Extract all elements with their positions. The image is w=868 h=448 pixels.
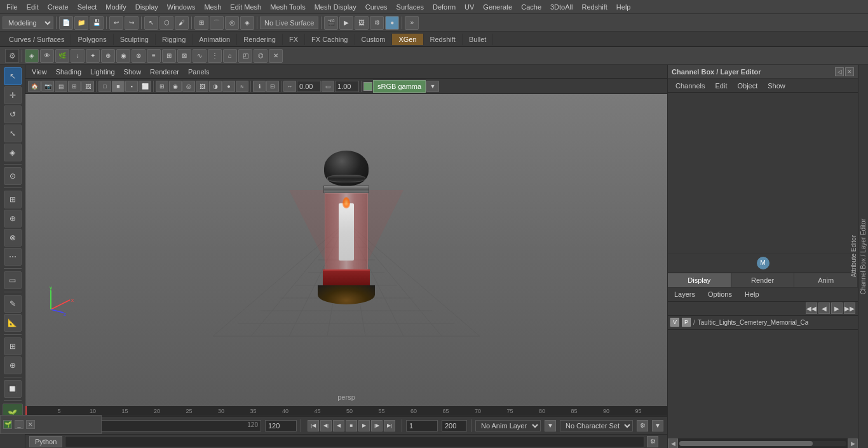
edge-tab-channel-box[interactable]: Channel Box / Layer Editor bbox=[858, 214, 868, 300]
menu-generate[interactable]: Generate bbox=[479, 2, 516, 12]
render-btn[interactable]: 🎬 bbox=[324, 16, 338, 30]
menu-redshift[interactable]: Redshift bbox=[578, 2, 611, 12]
show-render-btn[interactable]: 🖼 bbox=[355, 16, 369, 30]
select-tool-btn[interactable]: ↖ bbox=[144, 16, 158, 30]
xgen-icon-12[interactable]: ∿ bbox=[193, 49, 207, 63]
xgen-icon-1[interactable]: ◈ bbox=[25, 49, 39, 63]
tab-render[interactable]: Render bbox=[731, 273, 795, 287]
xgen-icon-11[interactable]: ⊠ bbox=[177, 49, 191, 63]
grid-btn[interactable]: ⊞ bbox=[4, 337, 22, 355]
menu-create[interactable]: Create bbox=[44, 2, 72, 12]
menu-windows[interactable]: Windows bbox=[163, 2, 200, 12]
xgen-icon-7[interactable]: ◉ bbox=[116, 49, 130, 63]
menu-3dto[interactable]: 3DtoAll bbox=[546, 2, 576, 12]
tab-edit[interactable]: Edit bbox=[710, 81, 732, 91]
window-icon[interactable]: 🌱 bbox=[3, 420, 12, 429]
go-to-start-btn[interactable]: |◀ bbox=[308, 420, 319, 431]
live-surface-button[interactable]: No Live Surface bbox=[260, 17, 318, 29]
tab-object[interactable]: Object bbox=[732, 81, 763, 91]
char-set-arrow-btn[interactable]: ▼ bbox=[652, 420, 663, 431]
menu-mesh-tools[interactable]: Mesh Tools bbox=[266, 2, 309, 12]
timeline-ruler[interactable]: 5 10 15 20 25 30 35 40 45 50 55 60 65 70 bbox=[25, 406, 667, 416]
scroll-track[interactable] bbox=[679, 441, 846, 446]
stop-btn[interactable]: ■ bbox=[346, 420, 357, 431]
layer-new-btn[interactable]: ◀◀ bbox=[806, 302, 817, 314]
gate-mask-btn[interactable]: ⊟ bbox=[266, 81, 279, 92]
cam-attr-btn[interactable]: ▤ bbox=[55, 81, 67, 92]
scrollbar[interactable]: ◀ ▶ bbox=[668, 438, 858, 448]
menu-edit-mesh[interactable]: Edit Mesh bbox=[226, 2, 265, 12]
camera-home-btn[interactable]: 🏠 bbox=[28, 81, 41, 92]
cycle-views-btn[interactable]: ⊞ bbox=[68, 81, 81, 92]
show-manip-button[interactable]: ⊞ bbox=[4, 191, 22, 208]
layer-row[interactable]: V P / Taultic_Lights_Cemetery_Memorial_C… bbox=[668, 316, 858, 330]
grid-display-btn[interactable]: ⊞ bbox=[156, 81, 168, 92]
timeline-slider[interactable]: 120 bbox=[88, 420, 261, 431]
smooth-shaded-btn[interactable]: ■ bbox=[112, 81, 125, 92]
tab-display[interactable]: Display bbox=[668, 273, 731, 287]
tab-custom[interactable]: Custom bbox=[355, 34, 393, 45]
color-profile-button[interactable]: sRGB gamma bbox=[373, 80, 426, 93]
menu-mesh-display[interactable]: Mesh Display bbox=[311, 2, 360, 12]
step-back-btn[interactable]: ◀| bbox=[320, 420, 332, 431]
settings-gear-icon[interactable]: ⚙ bbox=[5, 49, 19, 63]
tab-bullet[interactable]: Bullet bbox=[463, 34, 494, 45]
vp-menu-show[interactable]: Show bbox=[120, 67, 146, 77]
undo-button[interactable]: ↩ bbox=[109, 16, 123, 30]
status-input[interactable] bbox=[65, 436, 644, 447]
ipr-btn[interactable]: ▶ bbox=[339, 16, 353, 30]
xgen-icon-3[interactable]: 🌿 bbox=[55, 49, 69, 63]
layer-fwd-btn[interactable]: ▶ bbox=[831, 302, 843, 314]
menu-cache[interactable]: Cache bbox=[517, 2, 545, 12]
menu-mesh[interactable]: Mesh bbox=[200, 2, 225, 12]
menu-curves[interactable]: Curves bbox=[362, 2, 391, 12]
viewport-canvas[interactable]: x y z persp bbox=[25, 94, 667, 406]
end-frame-field[interactable] bbox=[265, 420, 297, 431]
tab-xgen[interactable]: XGen bbox=[392, 34, 423, 45]
edge-tab-attribute-editor[interactable]: Attribute Editor bbox=[849, 230, 858, 282]
anim-layer-settings-btn[interactable]: ▼ bbox=[545, 420, 556, 431]
playback-end-field[interactable] bbox=[442, 420, 467, 431]
paint-sel-btn[interactable]: 🖌 bbox=[175, 16, 189, 30]
snap-point-btn[interactable]: ◎ bbox=[225, 16, 239, 30]
image-plane-btn[interactable]: 🖼 bbox=[81, 81, 94, 92]
scale-field[interactable] bbox=[335, 81, 359, 92]
lasso-tool-btn[interactable]: ⬡ bbox=[159, 16, 173, 30]
play-back-btn[interactable]: ◀ bbox=[333, 420, 344, 431]
layer-back-btn[interactable]: ◀ bbox=[818, 302, 830, 314]
menu-deform[interactable]: Deform bbox=[429, 2, 459, 12]
menu-uv[interactable]: UV bbox=[461, 2, 478, 12]
go-to-end-btn[interactable]: ▶| bbox=[384, 420, 395, 431]
tab-fx[interactable]: FX bbox=[283, 34, 305, 45]
layers-tab-help[interactable]: Help bbox=[741, 289, 763, 299]
show-manip2-button[interactable]: ⊕ bbox=[4, 210, 22, 227]
xgen-icon-5[interactable]: ✦ bbox=[86, 49, 100, 63]
flat-shade-btn[interactable]: ▪ bbox=[125, 81, 138, 92]
show-manip4-button[interactable]: ⋯ bbox=[4, 248, 22, 266]
xgen-icon-15[interactable]: ◰ bbox=[238, 49, 252, 63]
menu-surfaces[interactable]: Surfaces bbox=[393, 2, 428, 12]
window-minimize-btn[interactable]: _ bbox=[15, 420, 24, 429]
playback-start-field[interactable] bbox=[406, 420, 438, 431]
xgen-icon-9[interactable]: ≡ bbox=[147, 49, 161, 63]
soft-select-button[interactable]: ⊙ bbox=[4, 167, 22, 185]
show-manip3-button[interactable]: ⊗ bbox=[4, 229, 22, 247]
snap-curve-btn[interactable]: ⌒ bbox=[210, 16, 224, 30]
window-close-btn[interactable]: ✕ bbox=[26, 420, 35, 429]
xgen-icon-13[interactable]: ⋮ bbox=[208, 49, 222, 63]
menu-edit[interactable]: Edit bbox=[23, 2, 43, 12]
xgen-icon-6[interactable]: ⊕ bbox=[101, 49, 115, 63]
menu-help[interactable]: Help bbox=[613, 2, 635, 12]
char-set-dropdown[interactable]: No Character Set bbox=[560, 420, 633, 431]
display-tex-btn[interactable]: 🖾 bbox=[196, 81, 208, 92]
move-tool-button[interactable]: ✛ bbox=[4, 86, 22, 104]
layer-end-btn[interactable]: ▶▶ bbox=[844, 302, 855, 314]
tab-animation[interactable]: Animation bbox=[193, 34, 237, 45]
more-tools-btn[interactable]: » bbox=[405, 16, 419, 30]
xgen-icon-2[interactable]: 👁 bbox=[40, 49, 54, 63]
snap-grid-btn[interactable]: ⊞ bbox=[194, 16, 208, 30]
step-fwd-btn[interactable]: |▶ bbox=[371, 420, 383, 431]
menu-display[interactable]: Display bbox=[132, 2, 162, 12]
render-region-button[interactable]: ▭ bbox=[4, 271, 22, 289]
vp-menu-panels[interactable]: Panels bbox=[184, 67, 214, 77]
